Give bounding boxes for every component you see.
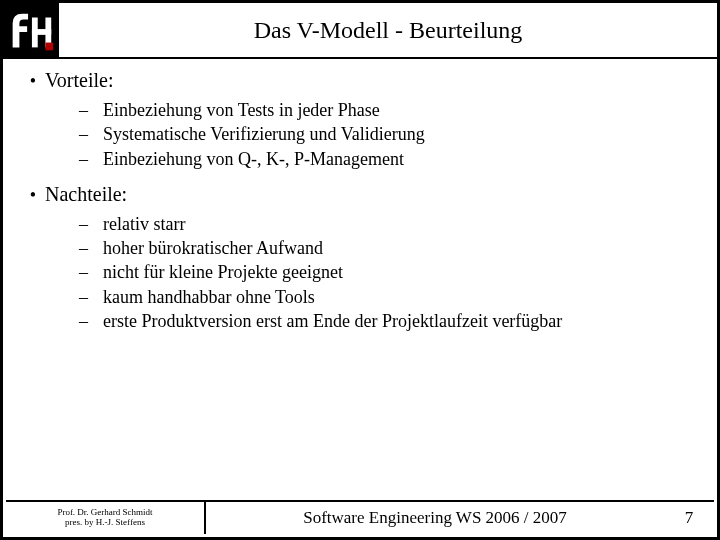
- fh-logo-icon: [3, 3, 57, 59]
- dash-icon: –: [79, 236, 103, 260]
- fh-logo: [3, 3, 59, 59]
- section-heading: • Vorteile:: [21, 67, 699, 94]
- list-item: – hoher bürokratischer Aufwand: [79, 236, 699, 260]
- slide-title: Das V-Modell - Beurteilung: [254, 17, 523, 44]
- list-item: – kaum handhabbar ohne Tools: [79, 285, 699, 309]
- advantages-list: – Einbeziehung von Tests in jeder Phase …: [21, 98, 699, 171]
- section-heading: • Nachteile:: [21, 181, 699, 208]
- list-item: – erste Produktversion erst am Ende der …: [79, 309, 699, 333]
- dash-icon: –: [79, 122, 103, 146]
- list-item: – Einbeziehung von Tests in jeder Phase: [79, 98, 699, 122]
- list-item-text: hoher bürokratischer Aufwand: [103, 236, 323, 260]
- footer-author: Prof. Dr. Gerhard Schmidt pres. by H.-J.…: [6, 502, 206, 534]
- svg-rect-3: [32, 29, 51, 35]
- list-item-text: Einbeziehung von Q-, K-, P-Management: [103, 147, 404, 171]
- list-item-text: nicht für kleine Projekte geeignet: [103, 260, 343, 284]
- list-item: – Systematische Verifizierung und Validi…: [79, 122, 699, 146]
- footer-course: Software Engineering WS 2006 / 2007: [206, 502, 664, 534]
- list-item: – relativ starr: [79, 212, 699, 236]
- list-item-text: Einbeziehung von Tests in jeder Phase: [103, 98, 380, 122]
- list-item: – nicht für kleine Projekte geeignet: [79, 260, 699, 284]
- list-item-text: relativ starr: [103, 212, 185, 236]
- bullet-icon: •: [21, 69, 45, 93]
- section-label: Vorteile:: [45, 67, 114, 94]
- page-number: 7: [664, 502, 714, 534]
- title-container: Das V-Modell - Beurteilung: [59, 3, 717, 57]
- list-item-text: kaum handhabbar ohne Tools: [103, 285, 315, 309]
- section-label: Nachteile:: [45, 181, 127, 208]
- dash-icon: –: [79, 260, 103, 284]
- dash-icon: –: [79, 285, 103, 309]
- header-bar: Das V-Modell - Beurteilung: [3, 3, 717, 59]
- footer-bar: Prof. Dr. Gerhard Schmidt pres. by H.-J.…: [6, 500, 714, 534]
- dash-icon: –: [79, 212, 103, 236]
- list-item: – Einbeziehung von Q-, K-, P-Management: [79, 147, 699, 171]
- bullet-icon: •: [21, 183, 45, 207]
- dash-icon: –: [79, 309, 103, 333]
- author-line-2: pres. by H.-J. Steffens: [65, 518, 145, 528]
- svg-rect-4: [45, 43, 53, 51]
- dash-icon: –: [79, 147, 103, 171]
- slide-frame: Das V-Modell - Beurteilung • Vorteile: –…: [0, 0, 720, 540]
- slide-content: • Vorteile: – Einbeziehung von Tests in …: [3, 59, 717, 333]
- dash-icon: –: [79, 98, 103, 122]
- list-item-text: erste Produktversion erst am Ende der Pr…: [103, 309, 562, 333]
- disadvantages-list: – relativ starr – hoher bürokratischer A…: [21, 212, 699, 333]
- list-item-text: Systematische Verifizierung und Validier…: [103, 122, 425, 146]
